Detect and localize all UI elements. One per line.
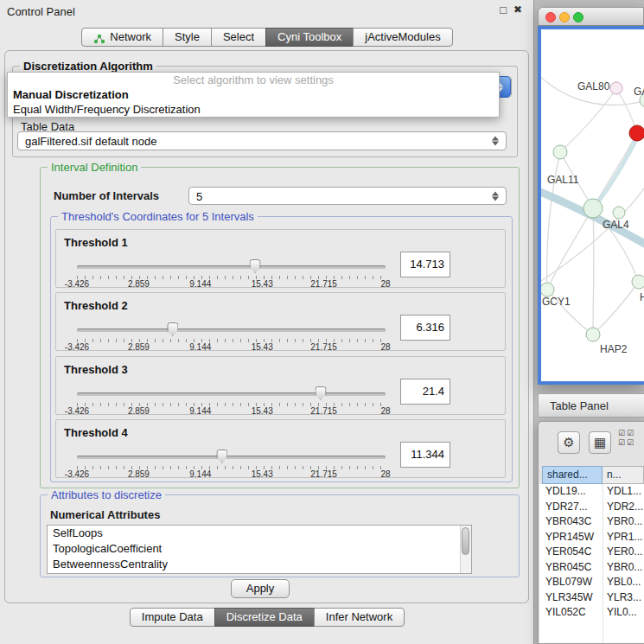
table-row[interactable]: YER054CYER0... [539, 545, 644, 560]
node-label-gal11: GAL11 [547, 174, 579, 186]
table-row[interactable]: YPR145WYPR1... [539, 530, 644, 545]
table-row[interactable]: YDR27...YDR2... [539, 500, 644, 515]
table-row[interactable]: YIL052CYIL0... [539, 605, 644, 621]
stepper-arrows-icon[interactable] [492, 136, 500, 147]
dropdown-option-manual-discretization[interactable]: Manual Discretization [8, 87, 499, 102]
slider-thumb[interactable] [316, 386, 327, 400]
table-row[interactable]: YBR043CYBR0... [539, 514, 644, 530]
node-label-gal4: GAL4 [603, 219, 629, 231]
algorithm-dropdown-popup: Select algorithm to view settings Manual… [7, 72, 500, 118]
slider-scale: -3.4262.8599.14415.4321.71528 [77, 279, 386, 289]
cell: YBR0... [607, 560, 642, 576]
cell: YIL0... [607, 605, 637, 621]
list-item[interactable]: SelfLoops [48, 526, 471, 541]
dropdown-option-equal-width-frequency[interactable]: Equal Width/Frequency Discretization [8, 102, 499, 117]
threshold-1-value-field[interactable]: 14.713 [400, 252, 450, 277]
tab-label: Select [223, 29, 254, 46]
scrollbar-thumb[interactable] [462, 527, 469, 555]
slider-track[interactable] [77, 392, 386, 396]
network-canvas[interactable]: GAL80 GA GAL11 GAL4 GCY1 HAP2 H [541, 29, 644, 381]
list-item[interactable]: BetweennessCentrality [48, 557, 471, 572]
cell: YLR3... [607, 590, 641, 606]
tab-label: Network [110, 29, 151, 46]
cell: YDR2... [607, 500, 643, 515]
tab-impute-data[interactable]: Impute Data [130, 608, 215, 627]
threshold-label: Threshold 2 [64, 299, 128, 312]
table-row[interactable]: YLR345WYLR3... [539, 590, 644, 606]
slider-track[interactable] [77, 265, 386, 269]
node-label-hap2: HAP2 [600, 343, 628, 355]
table-row[interactable]: YBR045CYBR0... [539, 560, 644, 576]
threshold-2-value-field[interactable]: 6.316 [400, 315, 450, 341]
threshold-4-value-field[interactable]: 11.344 [400, 442, 450, 468]
threshold-4-panel: Threshold 4 -3.4262.8599.14415.4321.7152… [55, 419, 506, 478]
slider-track[interactable] [77, 456, 386, 459]
tab-style[interactable]: Style [163, 28, 212, 47]
network-window-titlebar[interactable] [538, 7, 644, 26]
table-data-value: galFiltered.sif default node [25, 135, 156, 148]
cell: YLR345W [545, 590, 593, 606]
slider-scale: -3.4262.8599.14415.4321.71528 [77, 406, 386, 416]
tick-label: 28 [380, 469, 390, 479]
table-row[interactable]: YDL19...YDL1... [539, 484, 644, 500]
list-item[interactable]: TopologicalCoefficient [48, 541, 471, 557]
control-panel-window: Control Panel □ ✖ Network Style Select C… [0, 0, 534, 644]
columns-icon[interactable]: ▦ [589, 431, 611, 454]
tick-label: 21.715 [310, 406, 337, 416]
tick-label: -3.426 [65, 342, 89, 352]
cell: YDL1... [607, 484, 641, 500]
list-scrollbar[interactable] [460, 526, 471, 573]
slider-thumb[interactable] [167, 322, 178, 336]
minimize-traffic-light[interactable] [559, 12, 570, 22]
table-panel-header: Table Panel [538, 393, 644, 418]
node-label-gcy1: GCY1 [542, 296, 571, 308]
number-of-intervals-combobox[interactable]: 5 [188, 187, 507, 205]
tab-label: Style [175, 29, 200, 46]
slider-track[interactable] [77, 328, 386, 332]
threshold-3-panel: Threshold 3 -3.4262.8599.14415.4321.7152… [55, 356, 506, 415]
table-panel-title: Table Panel [550, 399, 609, 412]
gear-icon[interactable]: ⚙ [558, 431, 580, 454]
slider-thumb[interactable] [250, 259, 261, 273]
close-traffic-light[interactable] [545, 12, 556, 22]
threshold-label: Threshold 3 [64, 363, 128, 376]
zoom-traffic-light[interactable] [573, 12, 583, 22]
threshold-1-slider[interactable] [77, 258, 386, 274]
apply-button[interactable]: Apply [231, 579, 290, 598]
tick-label: 15.43 [252, 279, 273, 289]
threshold-2-panel: Threshold 2 -3.4262.8599.14415.4321.7152… [55, 292, 506, 351]
stepper-arrows-icon[interactable] [492, 190, 500, 201]
checkbox-icon[interactable]: ☑☑ [618, 438, 635, 448]
tab-infer-network[interactable]: Infer Network [314, 608, 405, 627]
tab-select[interactable]: Select [211, 28, 266, 47]
tab-cyni-toolbox[interactable]: Cyni Toolbox [265, 28, 354, 47]
close-window-icon[interactable]: ✖ [513, 3, 522, 16]
cell: YBR043C [545, 514, 591, 530]
cell: YDR27... [545, 500, 588, 515]
network-focus-frame: GAL80 GA GAL11 GAL4 GCY1 HAP2 H [538, 26, 644, 385]
tick-label: 28 [380, 279, 390, 289]
tick-label: 15.43 [252, 469, 273, 479]
column-header-name[interactable]: n... [603, 466, 644, 484]
tick-label: 15.43 [252, 406, 273, 416]
attributes-list: SelfLoops TopologicalCoefficient Between… [47, 525, 472, 574]
column-header-shared-name[interactable]: shared... [542, 466, 603, 484]
slider-thumb[interactable] [216, 450, 227, 463]
tick-label: 2.859 [128, 342, 150, 352]
threshold-3-slider[interactable] [77, 386, 386, 401]
tab-discretize-data[interactable]: Discretize Data [214, 608, 315, 627]
tick-label: 28 [380, 406, 390, 416]
tab-network[interactable]: Network [81, 28, 163, 47]
tab-jactivemodules[interactable]: jActiveModules [353, 28, 452, 47]
group-title: Attributes to discretize [48, 488, 165, 501]
table-row[interactable]: YBL079WYBL0... [539, 575, 644, 590]
float-window-icon[interactable]: □ [500, 3, 507, 16]
table-data-combobox[interactable]: galFiltered.sif default node [17, 131, 507, 150]
tick-label: 2.859 [128, 279, 150, 289]
threshold-2-slider[interactable] [77, 322, 386, 337]
checkbox-icon[interactable]: ☑☑ [618, 429, 635, 438]
threshold-3-value-field[interactable]: 21.4 [400, 379, 450, 405]
threshold-4-slider[interactable] [77, 449, 386, 464]
column-visibility-checkboxes[interactable]: ☑☑ ☑☑ [618, 429, 635, 448]
threshold-1-panel: Threshold 1 -3.4262.8599.14415.4321.7152… [55, 229, 506, 288]
